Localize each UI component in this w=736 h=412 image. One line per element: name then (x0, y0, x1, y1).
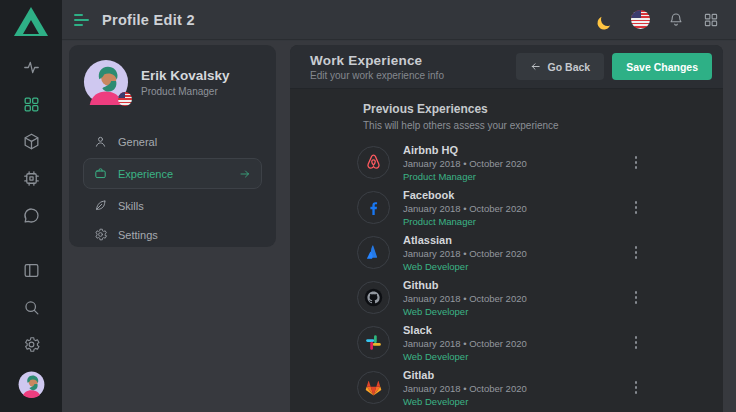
panel-subtitle: Edit your work experience info (310, 70, 444, 81)
experience-role: Web Developer (403, 306, 527, 317)
company-logo (357, 236, 390, 269)
company-logo (357, 191, 390, 224)
avatar-image (18, 371, 45, 398)
app-logo-icon[interactable] (14, 7, 48, 37)
atlassian-logo-icon (363, 242, 384, 263)
nav-item-settings[interactable]: Settings (83, 220, 262, 249)
nav-item-experience[interactable]: Experience (83, 158, 262, 189)
feather-icon (93, 198, 108, 213)
section-title: Previous Experiences (363, 102, 723, 116)
experience-role: Product Manager (403, 171, 527, 182)
row-menu-icon[interactable] (629, 152, 644, 173)
experience-role: Web Developer (403, 261, 527, 272)
panel-title: Work Experience (310, 53, 444, 68)
apps-grid-icon[interactable] (702, 11, 720, 29)
experience-period: January 2018 • October 2020 (403, 383, 527, 394)
company-logo (357, 371, 390, 404)
work-experience-panel: Work Experience Edit your work experienc… (290, 45, 723, 412)
gear-icon (93, 227, 108, 242)
chat-icon[interactable] (12, 197, 50, 233)
company-name: Github (403, 279, 527, 291)
row-menu-icon[interactable] (629, 242, 644, 263)
page-title: Profile Edit 2 (102, 12, 195, 28)
github-logo-icon (363, 287, 384, 308)
experience-list-item: Airbnb HQ January 2018 • October 2020 Pr… (357, 140, 643, 185)
activity-icon[interactable] (12, 49, 50, 85)
user-avatar[interactable] (18, 371, 45, 398)
row-menu-icon[interactable] (629, 332, 644, 353)
company-logo (357, 326, 390, 359)
company-name: Atlassian (403, 234, 527, 246)
icon-rail (0, 0, 62, 412)
search-icon[interactable] (12, 289, 50, 325)
user-icon (93, 134, 108, 149)
experience-period: January 2018 • October 2020 (403, 203, 527, 214)
nav-item-label: General (118, 136, 157, 148)
go-back-button[interactable]: Go Back (516, 53, 605, 80)
profile-role: Product Manager (141, 86, 230, 97)
us-flag-icon[interactable] (631, 10, 650, 29)
profile-avatar (83, 59, 129, 105)
experience-period: January 2018 • October 2020 (403, 293, 527, 304)
experience-period: January 2018 • October 2020 (403, 158, 527, 169)
nav-item-general[interactable]: General (83, 127, 262, 156)
row-menu-icon[interactable] (629, 287, 644, 308)
arrow-left-icon (530, 61, 541, 72)
nav-item-label: Experience (118, 168, 173, 180)
company-name: Airbnb HQ (403, 144, 527, 156)
experience-list: Airbnb HQ January 2018 • October 2020 Pr… (357, 140, 723, 410)
bell-icon[interactable] (667, 11, 685, 29)
experience-list-item: Atlassian January 2018 • October 2020 We… (357, 230, 643, 275)
experience-period: January 2018 • October 2020 (403, 338, 527, 349)
experience-list-item: Facebook January 2018 • October 2020 Pro… (357, 185, 643, 230)
experience-list-item: Slack January 2018 • October 2020 Web De… (357, 320, 643, 365)
dashboard-grid-icon[interactable] (12, 86, 50, 122)
layout-icon[interactable] (12, 252, 50, 288)
arrow-right-icon (239, 168, 251, 180)
package-icon[interactable] (12, 123, 50, 159)
row-menu-icon[interactable] (629, 197, 644, 218)
cpu-icon[interactable] (12, 160, 50, 196)
company-name: Gitlab (403, 369, 527, 381)
slack-logo-icon (363, 332, 384, 353)
row-menu-icon[interactable] (629, 377, 644, 398)
gear-icon[interactable] (12, 326, 50, 362)
experience-list-item: Github January 2018 • October 2020 Web D… (357, 275, 643, 320)
profile-card: Erik Kovalsky Product Manager General Ex… (69, 45, 276, 247)
experience-role: Product Manager (403, 216, 527, 227)
company-name: Facebook (403, 189, 527, 201)
nav-item-skills[interactable]: Skills (83, 191, 262, 220)
content-area: Erik Kovalsky Product Manager General Ex… (62, 41, 736, 412)
moon-icon[interactable] (600, 12, 615, 27)
section-subtitle: This will help others assess your experi… (363, 120, 723, 131)
company-logo (357, 146, 390, 179)
company-logo (357, 281, 390, 314)
nav-item-label: Skills (118, 200, 144, 212)
briefcase-icon (93, 166, 108, 181)
company-name: Slack (403, 324, 527, 336)
experience-role: Web Developer (403, 351, 527, 362)
experience-role: Web Developer (403, 396, 527, 407)
topbar: Profile Edit 2 (62, 0, 736, 40)
panel-header: Work Experience Edit your work experienc… (290, 45, 723, 89)
gitlab-logo-icon (363, 377, 384, 398)
save-changes-button[interactable]: Save Changes (612, 53, 712, 80)
nav-item-label: Settings (118, 229, 158, 241)
menu-toggle-icon[interactable] (74, 14, 89, 26)
facebook-logo-icon (363, 197, 384, 218)
country-flag-badge (118, 92, 132, 106)
airbnb-logo-icon (363, 152, 384, 173)
experience-list-item: Gitlab January 2018 • October 2020 Web D… (357, 365, 643, 410)
profile-name: Erik Kovalsky (141, 68, 230, 83)
profile-nav: General Experience Skills Settings (83, 127, 262, 249)
experience-period: January 2018 • October 2020 (403, 248, 527, 259)
